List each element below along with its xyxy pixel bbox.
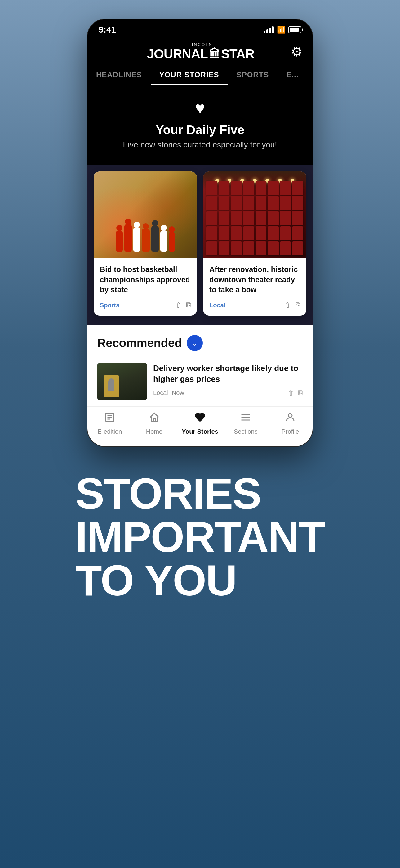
bottom-nav-profile[interactable]: Profile — [273, 412, 307, 435]
theater-seats — [203, 172, 306, 258]
big-headline-line3: TO YOU — [75, 559, 325, 602]
svg-point-7 — [288, 413, 292, 417]
recommended-dropdown-button[interactable]: ⌄ — [187, 335, 203, 351]
recommended-underline — [97, 353, 303, 354]
big-headline-line1: STORIES — [75, 472, 325, 515]
card-image-basketball — [94, 172, 197, 258]
signal-icon — [264, 26, 274, 33]
bookmark-button-news[interactable]: ⎘ — [298, 389, 303, 397]
card-footer-basketball: Sports ⇧ ⎘ — [100, 301, 191, 310]
share-button-news[interactable]: ⇧ — [288, 389, 294, 397]
app-header: LINCOLN JOURNAL 🏛 STAR ⚙ — [88, 37, 312, 61]
recommended-section: Recommended ⌄ Delivery worker shortage l… — [88, 325, 312, 406]
card-title-basketball: Bid to host basketball championships app… — [100, 265, 191, 294]
story-cards: Bid to host basketball championships app… — [88, 165, 312, 325]
profile-label: Profile — [281, 428, 299, 435]
story-card-theater[interactable]: After renovation, historic downtown thea… — [203, 172, 306, 316]
bottom-nav-eedition[interactable]: E-edition — [93, 412, 127, 435]
bookmark-button-basketball[interactable]: ⎘ — [186, 301, 191, 310]
heart-icon: ♥ — [97, 98, 303, 118]
card-actions-basketball: ⇧ ⎘ — [175, 301, 191, 310]
card-content-theater: After renovation, historic downtown thea… — [203, 258, 306, 316]
bookmark-button-theater[interactable]: ⎘ — [296, 301, 300, 310]
profile-icon — [285, 412, 296, 426]
phone-mockup: 9:41 📶 LINCOLN JOURNAL 🏛 STAR ⚙ HEADLINE… — [87, 19, 313, 447]
nav-tabs: HEADLINES YOUR STORIES SPORTS E... — [88, 61, 312, 85]
hero-section: ♥ Your Daily Five Five new stories curat… — [88, 85, 312, 165]
logo-figure-icon: 🏛 — [209, 48, 220, 60]
home-label: Home — [146, 428, 163, 435]
hero-subtitle: Five new stories curated especially for … — [97, 140, 303, 150]
sections-label: Sections — [234, 428, 258, 435]
card-title-theater: After renovation, historic downtown thea… — [209, 265, 300, 294]
eedition-label: E-edition — [97, 428, 122, 435]
news-meta: Local Now ⇧ ⎘ — [153, 389, 303, 397]
recommended-title: Recommended — [97, 337, 182, 350]
your-stories-icon — [194, 412, 206, 426]
news-info: Delivery worker shortage likely due to h… — [153, 363, 303, 397]
chevron-down-icon: ⌄ — [192, 339, 198, 347]
tab-more[interactable]: E... — [277, 67, 307, 85]
hero-title: Your Daily Five — [97, 123, 303, 137]
battery-icon — [288, 26, 301, 33]
news-category: Local — [153, 389, 168, 397]
status-icons: 📶 — [264, 26, 301, 34]
card-category-basketball: Sports — [100, 302, 120, 309]
logo-small: LINCOLN — [189, 42, 212, 47]
news-title: Delivery worker shortage likely due to h… — [153, 363, 303, 385]
delivery-worker-image — [97, 363, 147, 400]
eedition-icon — [104, 412, 115, 426]
logo-main: JOURNAL 🏛 STAR — [147, 47, 254, 61]
basketball-figures — [94, 190, 197, 252]
card-footer-theater: Local ⇧ ⎘ — [209, 301, 300, 310]
home-icon — [149, 412, 160, 426]
sections-icon — [240, 412, 251, 426]
card-image-theater — [203, 172, 306, 258]
news-meta-left: Local Now — [153, 389, 184, 397]
share-button-theater[interactable]: ⇧ — [285, 301, 291, 310]
tab-headlines[interactable]: HEADLINES — [88, 67, 151, 85]
time: 9:41 — [99, 25, 116, 35]
card-content-basketball: Bid to host basketball championships app… — [94, 258, 197, 316]
story-card-basketball[interactable]: Bid to host basketball championships app… — [94, 172, 197, 316]
news-thumbnail — [97, 363, 147, 400]
tab-your-stories[interactable]: YOUR STORIES — [151, 67, 228, 85]
bottom-nav-sections[interactable]: Sections — [229, 412, 263, 435]
bottom-nav: E-edition Home Your Stories — [88, 406, 312, 446]
share-button-basketball[interactable]: ⇧ — [175, 301, 181, 310]
settings-button[interactable]: ⚙ — [291, 44, 303, 59]
big-headline-line2: IMPORTANT — [75, 515, 325, 559]
recommended-header: Recommended ⌄ — [97, 335, 303, 351]
bottom-nav-your-stories[interactable]: Your Stories — [182, 412, 218, 435]
card-actions-theater: ⇧ ⎘ — [285, 301, 300, 310]
logo: LINCOLN JOURNAL 🏛 STAR — [147, 42, 254, 61]
big-text-section: STORIES IMPORTANT TO YOU — [57, 447, 343, 621]
news-actions: ⇧ ⎘ — [288, 389, 303, 397]
news-item[interactable]: Delivery worker shortage likely due to h… — [97, 363, 303, 400]
tab-sports[interactable]: SPORTS — [228, 67, 278, 85]
wifi-icon: 📶 — [277, 26, 285, 34]
news-time: Now — [172, 389, 184, 397]
status-bar: 9:41 📶 — [88, 19, 312, 37]
card-category-theater: Local — [209, 302, 226, 309]
your-stories-label: Your Stories — [182, 428, 218, 435]
bottom-nav-home[interactable]: Home — [137, 412, 171, 435]
